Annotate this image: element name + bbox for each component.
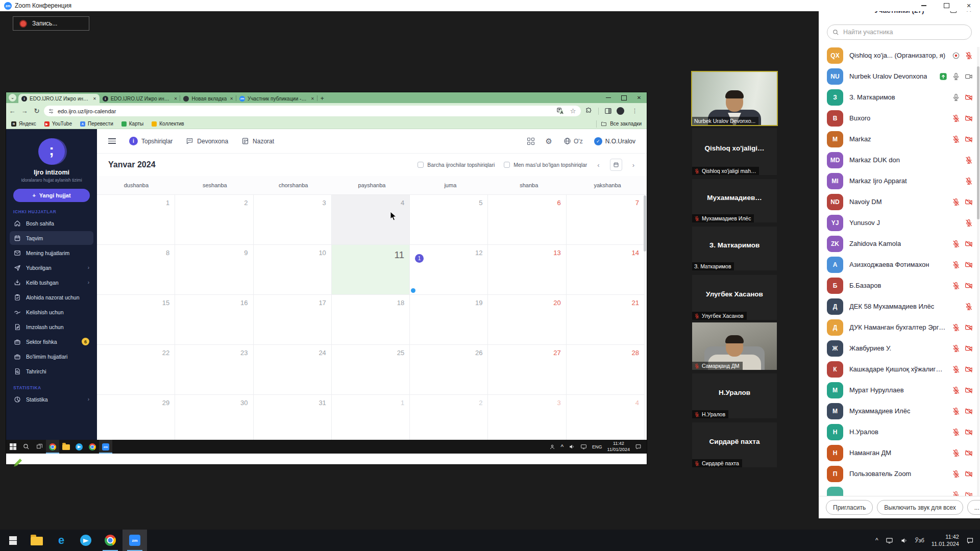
sidebar-item[interactable]: Bosh sahifa <box>10 216 93 230</box>
participant-row[interactable]: Ж Жавбуриев У. <box>819 338 980 359</box>
gear-icon[interactable]: ⚙ <box>546 137 552 146</box>
apps-grid-icon[interactable] <box>527 138 534 145</box>
calendar-cell[interactable]: 19 <box>410 295 488 345</box>
tab-close-icon[interactable]: ✕ <box>230 96 233 101</box>
os-language-label[interactable]: Ўзб <box>915 537 924 543</box>
telegram-icon[interactable] <box>74 530 98 551</box>
calendar-cell[interactable]: 30 <box>175 395 253 440</box>
people-tray-icon[interactable] <box>549 444 555 450</box>
browser-minimize-button[interactable] <box>601 92 616 103</box>
calendar-cell[interactable]: 16 <box>175 295 253 345</box>
sidebar-item[interactable]: Yuborilgan › <box>10 261 93 274</box>
video-tile[interactable]: Улугбек Хасанов Улугбек Хасанов <box>692 275 777 320</box>
annotation-pencil-icon[interactable] <box>11 456 24 469</box>
inner-language-label[interactable]: ENG <box>592 444 602 449</box>
participant-row[interactable] <box>819 484 980 496</box>
filter-my-tasks[interactable]: Men mas'ul bo'lgan topshiriqlar <box>504 162 587 168</box>
calendar-cell[interactable]: 24 <box>254 345 332 395</box>
browser-tab[interactable]: i EDO.IJRO.UZ Ижро интизоми ✕ <box>100 94 181 103</box>
back-icon[interactable]: ← <box>6 107 18 115</box>
calendar-cell[interactable]: 17 <box>254 295 332 345</box>
search-icon[interactable] <box>19 440 33 454</box>
zoom-app-icon[interactable]: zm <box>122 530 147 551</box>
extensions-icon[interactable] <box>585 107 593 115</box>
start-button[interactable] <box>0 530 24 551</box>
inner-clock[interactable]: 11:4211/01/2024 <box>607 441 630 453</box>
calendar-cell[interactable]: 27 <box>488 345 566 395</box>
participant-row[interactable]: П Пользователь Zoom <box>819 463 980 484</box>
search-input[interactable] <box>842 28 966 36</box>
participant-row[interactable]: Н Н.Уралов <box>819 421 980 442</box>
calendar-cell[interactable]: 11 <box>332 245 410 295</box>
network-icon[interactable] <box>580 443 587 450</box>
close-button[interactable]: ✕ <box>958 0 980 11</box>
all-bookmarks-label[interactable]: Все закладки <box>610 121 642 127</box>
side-panel-icon[interactable] <box>604 107 612 115</box>
calendar-cell[interactable]: 9 <box>175 245 253 295</box>
participant-row[interactable]: MD Markaz DUK don <box>819 149 980 170</box>
bookmark-youtube[interactable]: ▶ YouTube <box>44 121 72 127</box>
sidebar-item[interactable]: Alohida nazorat uchun <box>10 290 93 304</box>
calendar-cell[interactable]: 13 <box>488 245 566 295</box>
calendar-cell[interactable]: 15 <box>97 295 175 345</box>
video-tile[interactable]: Nurbek Uralov Devonxo... <box>692 72 777 125</box>
calendar-cell[interactable]: 21 <box>567 295 645 345</box>
bookmark-star-icon[interactable]: ☆ <box>569 107 577 115</box>
minimize-button[interactable] <box>913 0 935 11</box>
calendar-cell[interactable]: 20 <box>488 295 566 345</box>
sidebar-item[interactable]: Imzolash uchun <box>10 320 93 334</box>
participant-row[interactable]: Б Б.Базаров <box>819 275 980 296</box>
calendar-cell[interactable]: 2 <box>410 395 488 440</box>
participants-scrollbar[interactable] <box>977 47 979 496</box>
task-view-icon[interactable] <box>33 440 46 454</box>
calendar-cell[interactable]: 6 <box>488 195 566 245</box>
bookmark-yandex[interactable]: Я Яндекс <box>11 121 36 127</box>
calendar-cell[interactable]: 2 <box>175 195 253 245</box>
hamburger-menu-icon[interactable] <box>108 138 116 144</box>
next-month-icon[interactable]: › <box>631 161 635 169</box>
calendar-cell[interactable]: 26 <box>410 345 488 395</box>
video-tile[interactable]: Самарқанд ДМ <box>692 322 777 370</box>
tab-close-icon[interactable]: ✕ <box>93 96 96 101</box>
profile-avatar[interactable] <box>617 107 624 115</box>
participant-row[interactable]: К Кашкадаре Қишлоқ хўжалиги ... <box>819 359 980 380</box>
file-explorer-icon[interactable] <box>24 530 49 551</box>
app-tab[interactable]: Nazorat <box>241 137 274 145</box>
video-tile[interactable]: Qishloq xo'jaligi… Qishloq xo'jaligi mah… <box>692 128 777 175</box>
calendar-picker-button[interactable] <box>610 159 622 171</box>
participant-search[interactable] <box>827 24 972 40</box>
participant-row[interactable]: З З. Маткаримов <box>819 87 980 108</box>
recording-indicator[interactable]: Запись... <box>13 16 89 31</box>
participant-row[interactable]: М Мурат Нуруллаев <box>819 380 980 400</box>
more-button[interactable]: ... <box>967 500 980 515</box>
new-tab-button[interactable]: + <box>321 95 324 102</box>
start-icon[interactable] <box>6 440 19 454</box>
video-tile[interactable]: Н.Уралов Н.Уралов <box>692 373 777 418</box>
taskbar-telegram-icon[interactable] <box>72 440 86 454</box>
calendar-cell[interactable]: 23 <box>175 345 253 395</box>
calendar-cell[interactable]: 31 <box>254 395 332 440</box>
notification-icon[interactable] <box>635 443 642 450</box>
calendar-cell[interactable]: 14 <box>567 245 645 295</box>
participant-row[interactable]: Д ДУК Наманган бухгалтер Эрга... <box>819 317 980 338</box>
edge-icon[interactable]: e <box>49 530 74 551</box>
translate-icon[interactable] <box>556 107 564 115</box>
video-tile[interactable]: З. Маткаримов З. Маткаримов <box>692 227 777 270</box>
calendar-cell[interactable]: 4 <box>567 395 645 440</box>
video-tile[interactable]: Сирдарё пахта Сирдарё пахта <box>692 422 777 467</box>
filter-all-executors[interactable]: Barcha ijrochilar topshiriqlari <box>418 162 495 168</box>
calendar-cell[interactable]: 12 1 <box>410 245 488 295</box>
chrome-icon[interactable] <box>98 530 122 551</box>
bookmark-translate[interactable]: A Перевести <box>80 121 113 127</box>
calendar-cell[interactable]: 28 <box>567 345 645 395</box>
tab-search-chevron-icon[interactable]: ⌄ <box>9 94 16 102</box>
calendar-cell[interactable]: 4 <box>332 195 410 245</box>
participant-row[interactable]: ND Navoiy DM <box>819 191 980 212</box>
calendar-cell[interactable]: 10 <box>254 245 332 295</box>
reload-icon[interactable]: ↻ <box>31 107 43 115</box>
calendar-cell[interactable]: 3 <box>488 395 566 440</box>
maximize-button[interactable] <box>935 0 958 11</box>
checkbox-icon[interactable] <box>504 162 510 168</box>
taskbar-folder-icon[interactable] <box>59 440 72 454</box>
calendar-cell[interactable]: 29 <box>97 395 175 440</box>
